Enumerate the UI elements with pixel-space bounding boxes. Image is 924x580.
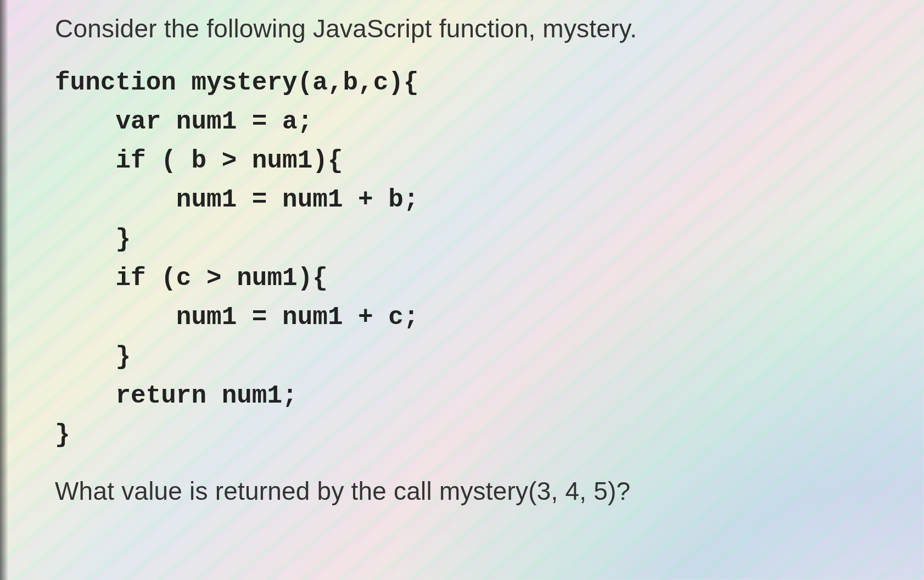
code-line: num1 = num1 + c; (55, 303, 419, 332)
question-body: Consider the following JavaScript functi… (0, 0, 924, 518)
question-text: What value is returned by the call myste… (55, 476, 902, 507)
code-line: function mystery(a,b,c){ (55, 69, 419, 97)
code-line: if ( b > num1){ (55, 147, 343, 175)
code-block: function mystery(a,b,c){ var num1 = a; i… (55, 64, 902, 455)
code-line: return num1; (55, 382, 298, 410)
code-line: } (55, 225, 131, 254)
code-line: } (55, 421, 70, 449)
code-line: num1 = num1 + b; (55, 186, 419, 214)
intro-text: Consider the following JavaScript functi… (55, 13, 902, 45)
code-line: } (55, 343, 131, 371)
code-line: if (c > num1){ (55, 264, 328, 293)
code-line: var num1 = a; (55, 108, 312, 136)
